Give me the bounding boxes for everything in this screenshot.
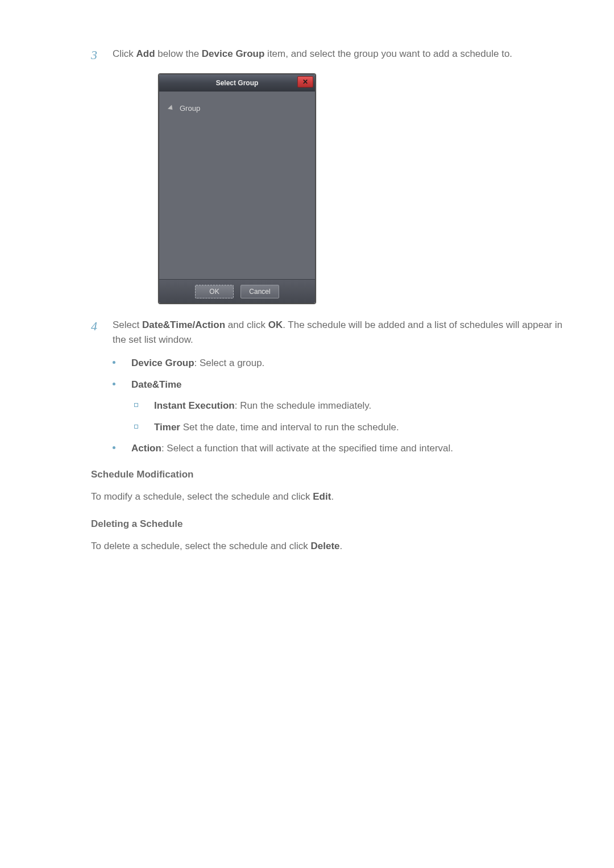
bold-device-group: Device Group — [202, 48, 265, 59]
bold-ok: OK — [268, 319, 283, 330]
sub-bullet-icon — [134, 403, 138, 407]
dialog-title: Select Group — [216, 78, 259, 88]
sub-bullet-icon — [134, 425, 138, 429]
text: : Select a group. — [194, 358, 265, 368]
button-label: OK — [209, 286, 219, 297]
list-item: Instant Execution: Run the schedule imme… — [134, 398, 569, 413]
bold: Device Group — [131, 358, 194, 368]
dialog-footer: OK Cancel — [159, 279, 315, 303]
bullet-icon — [113, 446, 115, 449]
item-text: Date&Time — [131, 377, 182, 392]
bold: Date&Time — [131, 379, 182, 390]
bold-edit: Edit — [313, 491, 331, 502]
paragraph: To modify a schedule, select the schedul… — [91, 489, 569, 504]
heading-schedule-modification: Schedule Modification — [91, 467, 569, 482]
button-label: Cancel — [249, 286, 270, 297]
text: : Run the schedule immediately. — [235, 400, 372, 411]
bullet-icon — [113, 361, 115, 364]
expand-arrow-icon — [168, 105, 175, 112]
text: To modify a schedule, select the schedul… — [91, 491, 313, 502]
item-text: Timer Set the date, time and interval to… — [154, 420, 399, 435]
step-4: 4 Select Date&Time/Action and click OK. … — [91, 317, 569, 347]
item-text: Instant Execution: Run the schedule imme… — [154, 398, 371, 413]
list-item: Action: Select a function that will acti… — [113, 441, 569, 456]
text: . — [340, 541, 343, 551]
item-text: Device Group: Select a group. — [131, 356, 264, 371]
step-3: 3 Click Add below the Device Group item,… — [91, 45, 569, 64]
sub-bullet-list: Instant Execution: Run the schedule imme… — [134, 398, 569, 434]
text: below the — [155, 48, 202, 59]
text: : Select a function that will activate a… — [161, 443, 453, 454]
bullet-list: Device Group: Select a group. Date&Time … — [113, 356, 569, 456]
close-icon: ✕ — [302, 77, 308, 87]
select-group-dialog: Select Group ✕ Group OK Cancel — [158, 73, 316, 304]
bold: Timer — [154, 422, 180, 433]
bold-delete: Delete — [311, 541, 340, 551]
dialog-body: Group — [159, 92, 315, 279]
bold-add: Add — [136, 48, 155, 59]
step-number: 4 — [91, 317, 113, 335]
bold: Action — [131, 443, 161, 454]
tree-label: Group — [180, 103, 200, 114]
text: To delete a schedule, select the schedul… — [91, 541, 311, 551]
item-text: Action: Select a function that will acti… — [131, 441, 453, 456]
list-item: Timer Set the date, time and interval to… — [134, 420, 569, 435]
step-text: Click Add below the Device Group item, a… — [113, 45, 569, 61]
bold-dta: Date&Time/Action — [142, 319, 225, 330]
step-number: 3 — [91, 45, 113, 64]
list-item: Date&Time — [113, 377, 569, 392]
dialog-screenshot: Select Group ✕ Group OK Cancel — [158, 73, 569, 304]
cancel-button[interactable]: Cancel — [240, 285, 279, 298]
tree-item-group[interactable]: Group — [166, 99, 308, 118]
heading-deleting-schedule: Deleting a Schedule — [91, 517, 569, 531]
text: item, and select the group you want to a… — [264, 48, 512, 59]
text: and click — [225, 319, 268, 330]
text: Click — [113, 48, 136, 59]
close-button[interactable]: ✕ — [297, 76, 313, 88]
text: Set the date, time and interval to run t… — [180, 422, 399, 433]
dialog-titlebar: Select Group ✕ — [159, 74, 315, 92]
ok-button[interactable]: OK — [195, 285, 234, 298]
text: . — [331, 491, 334, 502]
bullet-icon — [113, 383, 115, 385]
text: Select — [113, 319, 142, 330]
list-item: Device Group: Select a group. — [113, 356, 569, 371]
bold: Instant Execution — [154, 400, 235, 411]
paragraph: To delete a schedule, select the schedul… — [91, 539, 569, 554]
step-text: Select Date&Time/Action and click OK. Th… — [113, 317, 569, 347]
